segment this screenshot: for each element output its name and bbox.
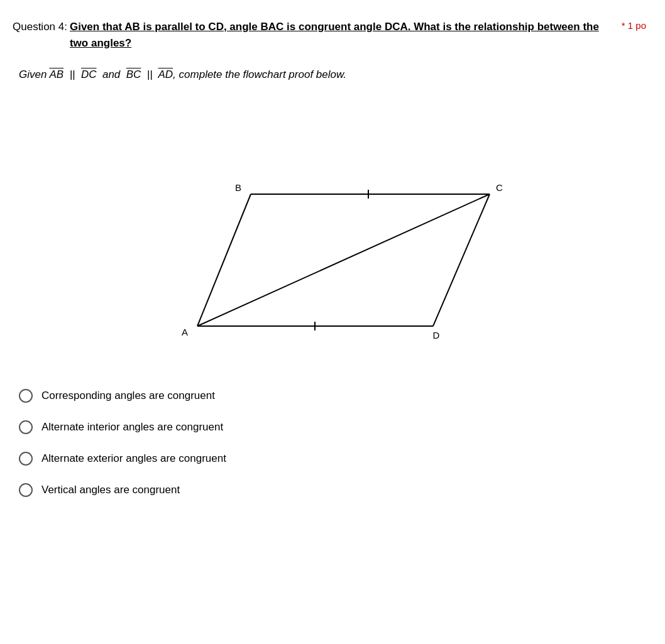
radio-3[interactable] [19, 452, 33, 466]
vertex-b-label: B [235, 182, 241, 193]
radio-1[interactable] [19, 389, 33, 403]
geometry-diagram: B C A D [157, 100, 502, 364]
option-2[interactable]: Alternate interior angles are congruent [19, 420, 646, 434]
diagram-container: B C A D [13, 100, 646, 364]
vertex-d-label: D [433, 330, 440, 341]
option-1-label: Corresponding angles are congruent [41, 390, 215, 402]
radio-2[interactable] [19, 420, 33, 434]
seg-bc: BC [126, 68, 141, 80]
option-3-label: Alternate exterior angles are congruent [41, 452, 226, 465]
seg-dc: DC [81, 68, 97, 80]
question-header: Question 4: Given that AB is parallel to… [13, 19, 646, 51]
seg-ab: AB [50, 68, 64, 80]
question-container: Question 4: Given that AB is parallel to… [13, 19, 646, 497]
svg-line-4 [197, 194, 490, 326]
vertex-a-label: A [182, 327, 188, 337]
question-points: * 1 po [622, 19, 646, 33]
svg-line-0 [197, 194, 251, 326]
option-3[interactable]: Alternate exterior angles are congruent [19, 452, 646, 466]
answer-options: Corresponding angles are congruent Alter… [19, 389, 646, 497]
radio-4[interactable] [19, 483, 33, 497]
svg-line-2 [433, 194, 490, 326]
question-text: Given that AB is parallel to CD, angle B… [70, 19, 615, 51]
option-4[interactable]: Vertical angles are congruent [19, 483, 646, 497]
question-number: Question 4: [13, 19, 67, 35]
option-1[interactable]: Corresponding angles are congruent [19, 389, 646, 403]
option-4-label: Vertical angles are congruent [41, 484, 180, 496]
given-statement: Given AB || DC and BC || AD, complete th… [19, 68, 646, 81]
seg-ad: AD [158, 68, 173, 80]
option-2-label: Alternate interior angles are congruent [41, 421, 223, 434]
vertex-c-label: C [496, 182, 502, 193]
